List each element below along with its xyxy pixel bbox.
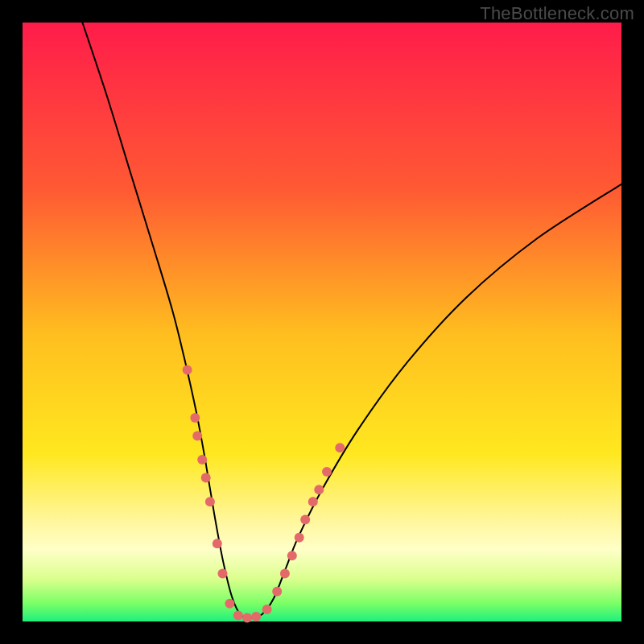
data-marker [300, 515, 310, 525]
data-marker [262, 605, 272, 614]
data-marker [183, 365, 192, 375]
data-marker [201, 473, 211, 482]
chart-svg [23, 23, 621, 621]
chart-frame: TheBottleneck.com [0, 0, 644, 644]
data-marker [251, 612, 261, 621]
data-marker [192, 431, 202, 440]
data-marker [280, 569, 290, 579]
data-marker [308, 497, 318, 506]
data-markers [183, 365, 345, 623]
data-marker [295, 533, 304, 543]
data-marker [242, 613, 252, 623]
watermark-text: TheBottleneck.com [480, 3, 634, 24]
data-marker [233, 611, 243, 621]
data-marker [218, 569, 228, 579]
data-marker [205, 497, 215, 506]
data-marker [314, 485, 324, 494]
data-marker [335, 443, 345, 452]
data-marker [213, 539, 222, 548]
plot-area [23, 23, 621, 621]
bottleneck-curve [82, 23, 621, 618]
data-marker [272, 587, 282, 597]
data-marker [287, 551, 297, 560]
data-marker [197, 455, 207, 464]
data-marker [190, 413, 200, 423]
data-marker [225, 599, 234, 609]
data-marker [322, 467, 332, 477]
